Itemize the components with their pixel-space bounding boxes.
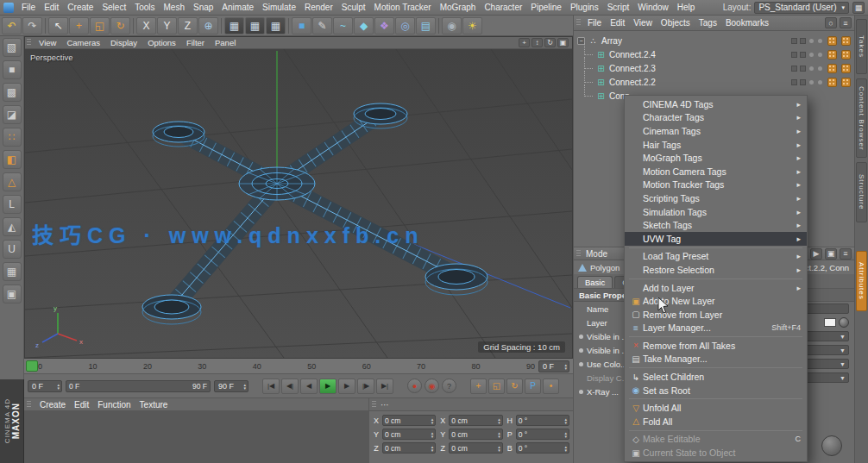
lock-icon[interactable]: ▣: [3, 285, 22, 303]
om-menu-file[interactable]: File: [583, 18, 606, 28]
coord-field-x-0[interactable]: 0 cm▴▾: [382, 415, 436, 426]
timeline-track[interactable]: 0102030405060708090: [24, 359, 535, 373]
panel-menu-icon[interactable]: ≡: [840, 17, 852, 28]
zoom-view-icon[interactable]: ↕: [531, 38, 543, 47]
menu-item-restore-selection[interactable]: Restore Selection▸: [625, 263, 807, 277]
menu-animate[interactable]: Animate: [217, 0, 258, 16]
menu-item-make-editable[interactable]: ◇Make EditableC: [625, 433, 807, 447]
stepper-icon[interactable]: ▴▾: [564, 431, 567, 438]
menu-render[interactable]: Render: [300, 0, 337, 16]
menu-help[interactable]: Help: [673, 0, 700, 16]
stepper-icon[interactable]: ▴▾: [431, 417, 434, 424]
render-visibility-toggle[interactable]: [800, 79, 806, 85]
menu-item-fold-all[interactable]: △Fold All: [625, 415, 807, 429]
menu-window[interactable]: Window: [633, 0, 673, 16]
viewport-canvas[interactable]: y x z Perspective 技巧CG · www.qdnxxfb.cn …: [25, 49, 572, 358]
goto-next-key-button[interactable]: |▶: [357, 379, 374, 394]
menu-item-set-as-root[interactable]: ◉Set as Root: [625, 384, 807, 397]
view-label[interactable]: Perspective: [30, 53, 73, 62]
pan-view-icon[interactable]: +: [519, 38, 530, 47]
dock-tab-content-browser[interactable]: Content Browser: [856, 78, 867, 158]
om-menu-edit[interactable]: Edit: [606, 18, 629, 28]
editor-visibility-toggle[interactable]: [791, 38, 797, 44]
coord-field-z-1[interactable]: 0 cm▴▾: [449, 442, 502, 454]
lock-icon[interactable]: ▣: [825, 248, 837, 260]
menu-item-select-children[interactable]: ↳Select Children: [625, 370, 807, 384]
object-row-connect-2-4[interactable]: ⊞Connect.2.4: [574, 47, 854, 61]
material-list-area[interactable]: [24, 411, 368, 463]
menu-item-motion-camera-tags[interactable]: Motion Camera Tags▸: [625, 165, 807, 178]
texture-mode-icon[interactable]: ▩: [3, 83, 22, 102]
stepper-icon[interactable]: ▴▾: [431, 445, 434, 452]
material-menu-function[interactable]: Function: [93, 400, 135, 410]
material-menu-create[interactable]: Create: [35, 400, 70, 410]
menu-item-hair-tags[interactable]: Hair Tags▸: [625, 138, 807, 152]
om-menu-view[interactable]: View: [629, 18, 657, 28]
coord-field-p-2[interactable]: 0 °▴▾: [516, 429, 569, 440]
enable-dot[interactable]: [809, 80, 814, 84]
object-row-array[interactable]: −∴Array: [574, 34, 854, 47]
menu-mograph[interactable]: MoGraph: [436, 0, 481, 16]
animatable-dot-icon[interactable]: [579, 390, 583, 394]
om-menu-bookmarks[interactable]: Bookmarks: [721, 18, 773, 28]
dock-tab-structure[interactable]: Structure: [856, 162, 867, 222]
points-mode-icon[interactable]: ∷: [3, 128, 22, 147]
menu-item-scripting-tags[interactable]: Scripting Tags▸: [625, 191, 807, 205]
render-visibility-toggle[interactable]: [800, 38, 806, 44]
make-editable-icon[interactable]: ▧: [3, 38, 22, 57]
undo-icon[interactable]: ↶: [2, 17, 22, 34]
light-icon[interactable]: ☀: [462, 17, 482, 34]
panel-grip[interactable]: [576, 250, 581, 258]
panel-menu-icon[interactable]: ≡: [840, 248, 852, 260]
scale-record-toggle[interactable]: ◱: [488, 379, 505, 394]
layout-dropdown[interactable]: PS_Standard (User) ▾: [754, 2, 849, 14]
om-menu-tags[interactable]: Tags: [695, 18, 721, 28]
keyframe-selection-button[interactable]: ?: [442, 379, 456, 393]
om-menu-objects[interactable]: Objects: [657, 18, 695, 28]
viewport-menu-display[interactable]: Display: [105, 38, 142, 47]
menu-motion-tracker[interactable]: Motion Tracker: [370, 0, 436, 16]
stepper-icon[interactable]: ▴▾: [564, 417, 567, 424]
parameter-record-toggle[interactable]: P: [525, 379, 541, 394]
tag-icon[interactable]: [841, 64, 851, 73]
move-icon[interactable]: +: [69, 17, 89, 34]
stepper-icon[interactable]: ▴▾: [57, 383, 60, 390]
lock-x-axis-icon[interactable]: X: [136, 17, 156, 34]
goto-prev-frame-button[interactable]: ◀: [300, 379, 318, 394]
viewport-menu-panel[interactable]: Panel: [210, 38, 241, 47]
menu-plugins[interactable]: Plugins: [566, 0, 603, 16]
enable-dot[interactable]: [818, 53, 822, 57]
enable-dot[interactable]: [809, 53, 814, 57]
tab-basic[interactable]: Basic: [577, 276, 613, 288]
forward-icon[interactable]: ▶: [810, 248, 822, 260]
pen-icon[interactable]: ✎: [312, 17, 332, 34]
panel-grip[interactable]: [27, 39, 31, 47]
viewport-solo-icon[interactable]: ◭: [3, 217, 22, 236]
navigation-ball-icon[interactable]: [821, 435, 842, 456]
position-record-toggle[interactable]: +: [470, 379, 487, 394]
viewport-menu-options[interactable]: Options: [142, 38, 181, 47]
lock-z-axis-icon[interactable]: Z: [178, 17, 198, 34]
render-view-icon[interactable]: ▦: [224, 17, 244, 34]
menu-item-load-tag-preset[interactable]: Load Tag Preset▸: [625, 250, 807, 264]
menu-item-remove-from-layer[interactable]: ▢Remove from Layer: [625, 308, 807, 322]
menu-item-layer-manager[interactable]: ≡Layer Manager...Shift+F4: [625, 322, 807, 335]
toggle-view-icon[interactable]: ▣: [557, 38, 569, 47]
viewport-menu-cameras[interactable]: Cameras: [61, 38, 105, 47]
menu-item-uvw-tag[interactable]: UVW Tag▸: [625, 232, 807, 246]
menu-item-cineman-tags[interactable]: Cineman Tags▸: [625, 124, 807, 138]
goto-prev-key-button[interactable]: ◀|: [281, 379, 299, 394]
rotate-view-icon[interactable]: ↻: [544, 38, 556, 47]
environment-icon[interactable]: ▤: [416, 17, 436, 34]
stepper-icon[interactable]: ▴▾: [498, 417, 500, 424]
menu-create[interactable]: Create: [63, 0, 97, 16]
tag-icon[interactable]: [841, 78, 851, 87]
coord-field-z-0[interactable]: 0 cm▴▾: [382, 442, 436, 454]
enable-dot[interactable]: [809, 39, 814, 43]
editor-visibility-toggle[interactable]: [791, 66, 797, 72]
menu-item-motion-tracker-tags[interactable]: Motion Tracker Tags▸: [625, 178, 807, 192]
tag-icon[interactable]: [827, 50, 837, 59]
menu-file[interactable]: File: [17, 0, 40, 16]
enable-dot[interactable]: [818, 66, 822, 71]
menu-simulate[interactable]: Simulate: [258, 0, 300, 16]
